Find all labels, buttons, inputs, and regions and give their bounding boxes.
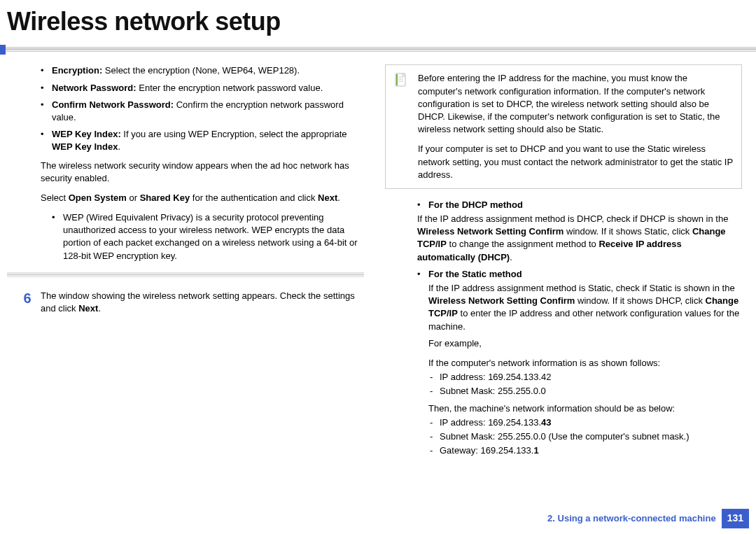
page-number: 131 bbox=[722, 509, 749, 528]
note-icon bbox=[393, 72, 408, 87]
machine-info-list: IP address: 169.254.133.43 Subnet Mask: … bbox=[428, 416, 742, 458]
security-window-para: The wireless network security window app… bbox=[41, 160, 364, 185]
dhcp-title: For the DHCP method bbox=[428, 199, 523, 210]
bold: 1 bbox=[533, 445, 538, 456]
text: Select bbox=[41, 192, 69, 203]
page-title: Wireless network setup bbox=[7, 4, 756, 39]
bullet-label: Encryption: bbox=[52, 65, 102, 76]
next-label: Next bbox=[78, 303, 98, 314]
bullet-tail: WEP Key Index bbox=[52, 141, 118, 152]
footer-chapter: 2. Using a network-connected machine bbox=[547, 512, 716, 525]
machine-info-intro: Then, the machine's network information … bbox=[428, 402, 742, 415]
bullet-label: WEP Key Index: bbox=[52, 129, 121, 139]
text: to enter the IP address and other networ… bbox=[428, 308, 739, 331]
dhcp-method: For the DHCP method If the IP address as… bbox=[417, 199, 742, 264]
text: IP address: 169.254.133. bbox=[440, 417, 541, 428]
note-para-2: If your computer is set to DHCP and you … bbox=[418, 143, 733, 181]
computer-info-list: IP address: 169.254.133.42 Subnet Mask: … bbox=[428, 371, 742, 398]
text: or bbox=[127, 192, 140, 203]
static-method: For the Static method If the IP address … bbox=[417, 268, 742, 457]
right-column: Before entering the IP address for the m… bbox=[385, 64, 742, 461]
comp-ip: IP address: 169.254.133.42 bbox=[428, 371, 742, 384]
text: . bbox=[337, 192, 340, 203]
machine-mask: Subnet Mask: 255.255.0.0 (Use the comput… bbox=[428, 430, 742, 443]
bullet-confirm-password: Confirm Network Password: Confirm the en… bbox=[41, 99, 364, 124]
shared-key-label: Shared Key bbox=[140, 192, 190, 203]
bullet-label: Confirm Network Password: bbox=[52, 99, 174, 110]
text: If the IP address assignment method is S… bbox=[428, 283, 735, 293]
auth-select-para: Select Open System or Shared Key for the… bbox=[41, 192, 364, 204]
bold: Wireless Network Setting Confirm bbox=[417, 226, 564, 237]
section-divider bbox=[7, 272, 364, 277]
machine-gateway: Gateway: 169.254.133.1 bbox=[428, 444, 742, 457]
text: If the IP address assignment method is D… bbox=[417, 213, 728, 224]
note-para-1: Before entering the IP address for the m… bbox=[418, 72, 733, 136]
for-example: For example, bbox=[428, 337, 742, 350]
text: . bbox=[510, 252, 512, 262]
bullet-text: Enter the encryption network password va… bbox=[136, 83, 323, 93]
step-number: 6 bbox=[21, 290, 34, 305]
note-box: Before entering the IP address for the m… bbox=[385, 64, 742, 189]
next-label: Next bbox=[318, 192, 337, 203]
open-system-label: Open System bbox=[69, 192, 127, 203]
text: window. If it shows Static, click bbox=[564, 226, 692, 237]
bold: Wireless Network Setting Confirm bbox=[428, 295, 575, 306]
wep-explain-list: WEP (Wired Equivalent Privacy) is a secu… bbox=[52, 211, 364, 262]
bullet-text: Select the encryption (None, WEP64, WEP1… bbox=[102, 65, 300, 76]
wep-explain: WEP (Wired Equivalent Privacy) is a secu… bbox=[52, 211, 364, 262]
footer: 2. Using a network-connected machine 131 bbox=[547, 509, 749, 528]
left-column: Encryption: Select the encryption (None,… bbox=[7, 64, 364, 461]
bullet-encryption: Encryption: Select the encryption (None,… bbox=[41, 64, 364, 77]
computer-info-intro: If the computer's network information is… bbox=[428, 357, 742, 370]
setting-bullets: Encryption: Select the encryption (None,… bbox=[41, 64, 364, 153]
bullet-after: . bbox=[118, 141, 120, 152]
dhcp-body: If the IP address assignment method is D… bbox=[417, 213, 742, 264]
static-body: If the IP address assignment method is S… bbox=[428, 282, 742, 333]
bullet-label: Network Password: bbox=[52, 83, 136, 93]
title-divider bbox=[0, 43, 756, 55]
comp-mask: Subnet Mask: 255.255.0.0 bbox=[428, 385, 742, 398]
machine-ip: IP address: 169.254.133.43 bbox=[428, 416, 742, 429]
bullet-network-password: Network Password: Enter the encryption n… bbox=[41, 82, 364, 94]
bullet-wep-key-index: WEP Key Index: If you are using WEP Encr… bbox=[41, 128, 364, 153]
step-6: 6 The window showing the wireless networ… bbox=[21, 290, 364, 315]
text: window. If it shows DHCP, click bbox=[575, 295, 705, 306]
text: to change the assignment method to bbox=[447, 239, 599, 249]
bold: 43 bbox=[541, 417, 551, 428]
text: Gateway: 169.254.133. bbox=[440, 445, 533, 456]
method-list: For the DHCP method If the IP address as… bbox=[417, 199, 742, 457]
bullet-text: If you are using WEP Encryption, select … bbox=[121, 129, 347, 139]
static-title: For the Static method bbox=[428, 269, 522, 279]
text: . bbox=[98, 303, 101, 314]
step-body: The window showing the wireless network … bbox=[41, 290, 364, 315]
text: for the authentication and click bbox=[190, 192, 318, 203]
